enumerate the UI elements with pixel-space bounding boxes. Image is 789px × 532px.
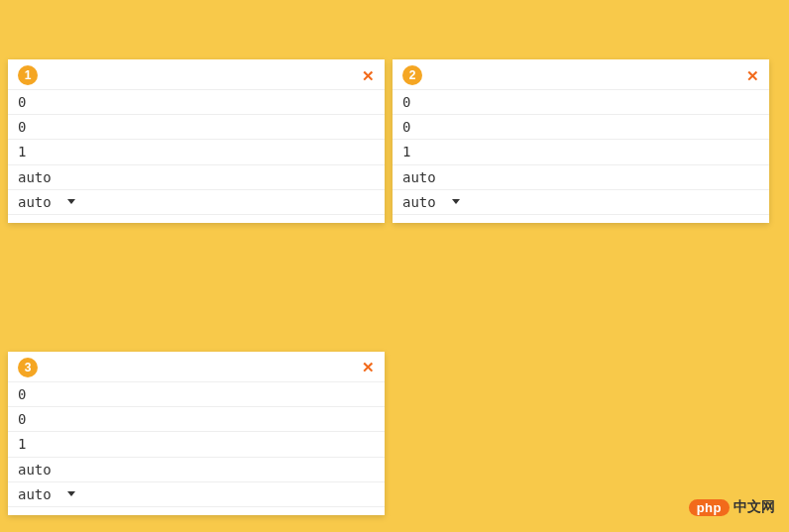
close-icon[interactable]: ✕ [362,68,375,83]
panel-container: 1 ✕ 0 0 1 auto auto 2 ✕ 0 0 1 auto auto … [0,52,789,523]
close-icon[interactable]: ✕ [362,360,375,374]
chevron-down-icon [452,199,460,204]
logo-text: 中文网 [733,498,775,516]
dropdown-row[interactable]: auto [393,189,769,215]
logo-pill: php [689,499,730,516]
row-value: 1 [18,435,26,453]
row-value: 0 [402,118,410,136]
value-row[interactable]: 0 [393,89,769,114]
panel-rows: 0 0 1 auto auto [8,89,385,215]
badge-number: 3 [18,358,38,377]
row-value: 0 [18,93,26,111]
chevron-down-icon [67,199,75,204]
row-value: 1 [402,143,410,160]
row-value: auto [18,461,52,479]
chevron-down-icon [67,491,75,496]
row-value: auto [402,168,436,186]
row-value: auto [18,193,52,211]
value-row[interactable]: 0 [393,114,769,139]
row-value: 1 [18,143,26,160]
value-row[interactable]: 0 [8,381,385,406]
panel-3: 3 ✕ 0 0 1 auto auto [8,352,385,515]
row-value: auto [402,193,436,211]
value-row[interactable]: 1 [393,139,769,163]
row-value: 0 [18,385,26,403]
row-value: 0 [18,118,26,136]
badge-number: 2 [402,65,422,85]
row-value: 0 [402,93,410,111]
dropdown-row[interactable]: auto [8,481,385,507]
value-row[interactable]: 0 [8,89,385,114]
value-row[interactable]: auto [8,457,385,481]
value-row[interactable]: auto [8,164,385,189]
badge-number: 1 [18,65,38,85]
value-row[interactable]: 1 [8,139,385,163]
watermark-logo: php 中文网 [689,498,775,516]
value-row[interactable]: 0 [8,406,385,431]
value-row[interactable]: 1 [8,431,385,456]
row-value: auto [18,485,52,503]
panel-2: 2 ✕ 0 0 1 auto auto [393,59,769,223]
panel-header: 1 ✕ [8,59,385,89]
panel-header: 2 ✕ [393,59,769,89]
panel-rows: 0 0 1 auto auto [8,381,385,507]
close-icon[interactable]: ✕ [746,68,759,83]
panel-rows: 0 0 1 auto auto [393,89,769,215]
panel-header: 3 ✕ [8,352,385,381]
value-row[interactable]: 0 [8,114,385,139]
value-row[interactable]: auto [393,164,769,189]
dropdown-row[interactable]: auto [8,189,385,215]
row-value: 0 [18,410,26,428]
panel-1: 1 ✕ 0 0 1 auto auto [8,59,385,223]
row-value: auto [18,168,52,186]
